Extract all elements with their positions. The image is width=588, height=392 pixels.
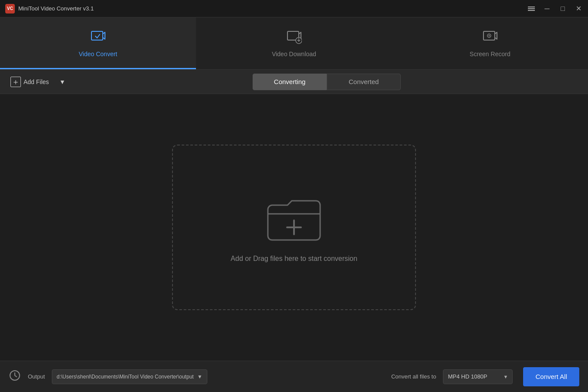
sub-tab-converted-label: Converted (349, 78, 379, 85)
dropdown-arrow-icon: ▼ (59, 78, 65, 85)
menu-button[interactable] (527, 4, 536, 13)
minimize-button[interactable]: ─ (543, 4, 551, 13)
title-bar-controls: ─ □ ✕ (527, 4, 583, 13)
add-files-label: Add Files (24, 78, 49, 85)
output-label: Output (28, 373, 45, 380)
title-bar-left: VC MiniTool Video Converter v3.1 (5, 4, 94, 14)
screen-record-icon (482, 28, 498, 46)
add-files-dropdown-button[interactable]: ▼ (57, 77, 67, 87)
close-button[interactable]: ✕ (574, 4, 583, 13)
sub-tabs: Converting Converted (253, 74, 401, 90)
app-title: MiniTool Video Converter v3.1 (18, 5, 94, 12)
tab-video-convert-label: Video Convert (79, 51, 117, 57)
title-bar: VC MiniTool Video Converter v3.1 ─ □ ✕ (0, 0, 588, 17)
folder-icon-wrapper (264, 192, 324, 244)
video-download-icon (286, 28, 302, 46)
svg-rect-0 (91, 31, 103, 40)
add-files-button[interactable]: ＋ Add Files (7, 74, 52, 90)
main-content: Add or Drag files here to start conversi… (0, 94, 588, 361)
tab-video-convert[interactable]: Video Convert (0, 17, 196, 69)
tab-video-download[interactable]: Video Download (196, 17, 392, 69)
tab-screen-record-label: Screen Record (470, 51, 510, 57)
output-path-dropdown-icon[interactable]: ▼ (197, 374, 203, 380)
format-dropdown[interactable]: MP4 HD 1080P ▼ (443, 369, 513, 384)
folder-icon (264, 192, 324, 244)
tab-video-download-label: Video Download (272, 51, 316, 57)
video-convert-icon (90, 28, 106, 46)
sub-tab-converting-label: Converting (274, 78, 306, 85)
convert-all-button[interactable]: Convert All (523, 367, 579, 386)
drop-zone-text: Add or Drag files here to start conversi… (231, 255, 358, 263)
output-path: d:\Users\shenl\Documents\MiniTool Video … (57, 374, 194, 380)
drop-zone[interactable]: Add or Drag files here to start conversi… (172, 145, 416, 310)
output-path-container[interactable]: d:\Users\shenl\Documents\MiniTool Video … (52, 369, 207, 384)
bottom-bar: Output d:\Users\shenl\Documents\MiniTool… (0, 361, 588, 392)
app-logo: VC (5, 4, 15, 14)
format-dropdown-text: MP4 HD 1080P (448, 373, 500, 380)
format-dropdown-arrow-icon: ▼ (504, 374, 508, 379)
output-clock-icon (9, 369, 21, 384)
toolbar: ＋ Add Files ▼ Converting Converted (0, 70, 588, 94)
nav-tabs: Video Convert Video Download Screen Reco… (0, 17, 588, 70)
maximize-button[interactable]: □ (558, 4, 567, 13)
svg-point-5 (489, 35, 490, 36)
add-files-icon: ＋ (10, 77, 21, 87)
tab-screen-record[interactable]: Screen Record (392, 17, 588, 69)
sub-tab-converted[interactable]: Converted (327, 74, 401, 90)
convert-all-files-label: Convert all files to (391, 373, 436, 380)
sub-tab-converting[interactable]: Converting (253, 74, 327, 90)
